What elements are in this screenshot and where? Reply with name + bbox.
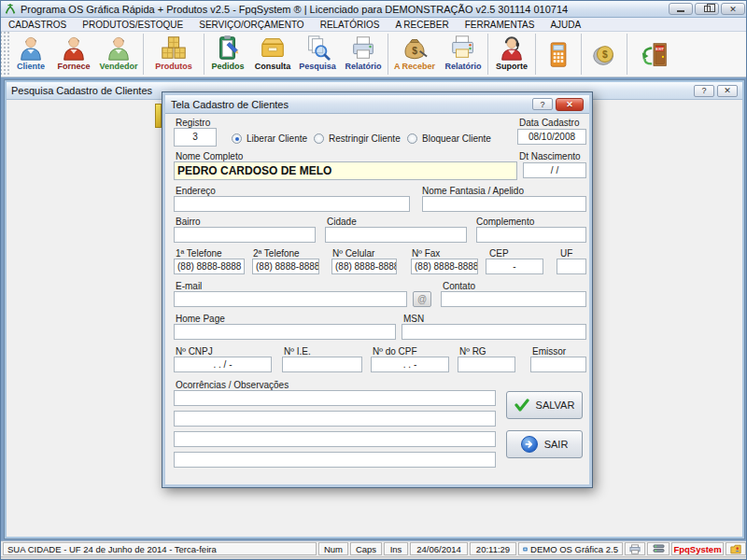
menu-ferramentas[interactable]: FERRAMENTAS — [465, 20, 535, 30]
contato-label: Contato — [443, 281, 475, 291]
toolbar-consulta-button[interactable]: Consulta — [250, 32, 295, 77]
status-ins: Ins — [384, 542, 408, 555]
ocorrencias-field-4[interactable] — [174, 452, 496, 468]
bairro-field[interactable] — [174, 227, 316, 243]
homepage-field[interactable] — [174, 324, 396, 340]
tel2-label: 2ª Telefone — [253, 248, 300, 259]
toolbar-a-receber-button[interactable]: $ A Receber — [389, 32, 440, 77]
ocorrencias-field-1[interactable] — [174, 390, 496, 406]
sair-label: SAIR — [544, 439, 569, 450]
menu-a-receber[interactable]: A RECEBER — [395, 20, 448, 30]
menu-ajuda[interactable]: AJUDA — [550, 20, 581, 30]
cidade-label: Cidade — [327, 217, 357, 227]
toolbar-separator — [143, 34, 144, 75]
cep-field[interactable]: - — [486, 259, 543, 274]
salvar-button[interactable]: SALVAR — [506, 391, 583, 419]
msn-field[interactable] — [402, 324, 586, 340]
toolbar-pesquisa-button[interactable]: Pesquisa — [295, 32, 340, 77]
hidden-toolbar-icon[interactable] — [155, 104, 162, 128]
toolbar-produtos-label: Produtos — [155, 62, 192, 71]
toolbar-vendedor-button[interactable]: Vendedor — [95, 32, 142, 77]
pesquisa-close-icon[interactable]: ✕ — [717, 85, 738, 97]
fax-field[interactable]: (88) 8888-8888 — [411, 259, 478, 274]
app-window: { "app": { "title": "Programa OS Gráfica… — [0, 0, 747, 560]
menu-produtos-estoque[interactable]: PRODUTOS/ESTOQUE — [82, 20, 183, 30]
toolbar-suporte-label: Suporte — [496, 62, 528, 71]
ie-field[interactable] — [282, 357, 362, 372]
client-person-icon — [17, 34, 45, 62]
bottom-partial-strip — [1, 556, 747, 560]
status-brand: FpqSystem — [671, 542, 724, 555]
fantasia-label: Nome Fantasia / Apelido — [422, 186, 524, 196]
toolbar-relatorio-button[interactable]: Relatório — [340, 32, 387, 77]
toolbar-fornece-label: Fornece — [57, 62, 90, 71]
endereco-field[interactable] — [174, 196, 410, 212]
toolbar-suporte-button[interactable]: Suporte — [489, 32, 534, 77]
status-caps: Caps — [350, 542, 382, 555]
toolbar-relatorio2-button[interactable]: Relatório — [440, 32, 486, 77]
toolbar-cliente-button[interactable]: Cliente — [9, 32, 52, 77]
contato-field[interactable] — [441, 291, 586, 307]
ocorrencias-field-3[interactable] — [174, 431, 496, 447]
menu-cadastros[interactable]: CADASTROS — [8, 20, 66, 30]
radio-restringir-cliente[interactable]: Restringir Cliente — [314, 133, 401, 144]
celular-field[interactable]: (88) 8888-8888 — [331, 259, 397, 274]
data-cadastro-field[interactable]: 08/10/2008 — [517, 129, 586, 145]
toolbar-separator — [487, 34, 488, 75]
ocorrencias-field-2[interactable] — [174, 411, 496, 427]
toolbar-grip — [1, 32, 9, 77]
dialog-titlebar: Tela Cadastro de Clientes ? ✕ — [165, 95, 589, 114]
emissor-field[interactable] — [530, 357, 586, 372]
email-field[interactable] — [174, 291, 407, 307]
registro-field[interactable]: 3 — [174, 128, 217, 147]
tel1-field[interactable]: (88) 8888-8888 — [174, 259, 245, 274]
toolbar-sair-button[interactable]: EXIT — [628, 32, 681, 77]
radio-liberar-cliente[interactable]: Liberar Cliente — [232, 133, 307, 144]
dt-nascimento-field[interactable]: / / — [523, 162, 586, 178]
toolbar-calculadora-button[interactable] — [537, 32, 580, 77]
uf-field[interactable] — [557, 259, 586, 274]
endereco-label: Endereço — [176, 186, 216, 196]
status-time: 20:11:29 — [470, 542, 516, 555]
supplier-person-icon — [60, 34, 88, 62]
toolbar-separator — [535, 34, 536, 75]
status-printer-icon[interactable] — [625, 542, 645, 555]
radio-label: Bloquear Cliente — [422, 133, 491, 144]
complemento-field[interactable] — [476, 227, 586, 243]
close-icon[interactable]: ✕ — [721, 3, 745, 15]
status-folder-icon[interactable] — [726, 542, 746, 555]
restore-icon[interactable] — [695, 3, 719, 15]
cpf-field[interactable]: . . - — [371, 357, 449, 372]
cidade-field[interactable] — [325, 227, 467, 243]
nome-completo-field[interactable]: PEDRO CARDOSO DE MELO — [174, 161, 517, 180]
salvar-label: SALVAR — [536, 399, 575, 411]
pesquisa-help-icon[interactable]: ? — [694, 85, 714, 97]
app-title: Programa OS Gráfica Rápida + Produtos v2… — [21, 4, 667, 15]
report-printer-icon — [349, 34, 377, 62]
complemento-label: Complemento — [476, 217, 534, 227]
cnpj-field[interactable]: . . / - — [174, 357, 272, 372]
toolbar-produtos-button[interactable]: Produtos — [145, 32, 203, 77]
menu-servico-orcamento[interactable]: SERVIÇO/ORÇAMENTO — [199, 20, 303, 30]
send-email-button[interactable]: @ — [413, 291, 431, 307]
rg-field[interactable] — [458, 357, 515, 372]
dialog-help-icon[interactable]: ? — [532, 98, 553, 110]
status-app-version: DEMO OS Gráfica 2.5 — [518, 542, 623, 555]
sair-button[interactable]: SAIR — [506, 430, 583, 458]
uf-label: UF — [560, 248, 572, 259]
toolbar-moeda-button[interactable]: $ — [583, 32, 626, 77]
radio-label: Restringir Cliente — [329, 133, 401, 144]
radio-bloquear-cliente[interactable]: Bloquear Cliente — [407, 133, 491, 144]
cpf-label: Nº do CPF — [373, 346, 417, 357]
dialog-title: Tela Cadastro de Clientes — [171, 99, 529, 110]
dialog-close-icon[interactable]: ✕ — [556, 98, 584, 111]
minimize-icon[interactable] — [669, 3, 693, 15]
fantasia-field[interactable] — [422, 196, 586, 212]
toolbar-fornece-button[interactable]: Fornece — [52, 32, 95, 77]
toolbar-pedidos-button[interactable]: Pedidos — [205, 32, 250, 77]
toolbar-pedidos-label: Pedidos — [211, 62, 244, 71]
menu-relatorios[interactable]: RELATÓRIOS — [320, 20, 380, 30]
main-toolbar: Cliente Fornece Vendedor Produtos — [1, 32, 747, 77]
tel2-field[interactable]: (88) 8888-8888 — [252, 259, 319, 274]
status-network-icon[interactable] — [647, 542, 669, 555]
